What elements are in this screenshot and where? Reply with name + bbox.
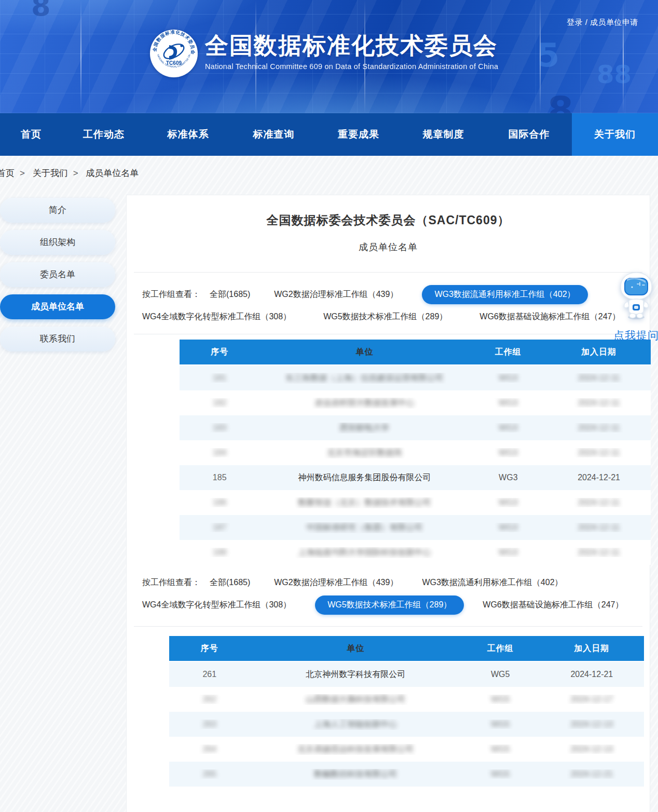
filter-label: 按工作组查看： <box>142 289 200 300</box>
sidebar-item-contact-us[interactable]: 联系我们 <box>0 327 115 351</box>
table-row: 188 上海临港均和大学国际科技创新中心 WG3 2024-12-11 <box>180 540 651 565</box>
filter-option-all[interactable]: 全部(1685) <box>210 289 250 300</box>
filter-option-wg2[interactable]: WG2数据治理标准工作组（439） <box>274 289 398 300</box>
nav-item-standard-query[interactable]: 标准查询 <box>231 113 317 156</box>
cell-unit: 山西数据大脑科技有限公司 <box>306 695 405 703</box>
filter-option-wg2[interactable]: WG2数据治理标准工作组（439） <box>274 577 398 588</box>
breadcrumb-separator: > <box>73 168 78 178</box>
cell-join-date: 2024-12-13 <box>570 745 613 753</box>
cell-unit: 上海临港均和大学国际科技创新中心 <box>298 548 431 557</box>
light-beam-decoration <box>623 0 624 113</box>
nav-item-about-us[interactable]: 关于我们 <box>572 113 658 156</box>
table-row: 182 农业农村部大数据发展中心 WG3 2024-12-11 <box>180 390 651 415</box>
cell-unit: 中国标准研究（集团）有限公司 <box>306 523 422 532</box>
col-header-join-date: 加入日期 <box>547 347 651 358</box>
cell-index: 186 <box>213 498 227 507</box>
sidebar-item-committee-list[interactable]: 委员名单 <box>0 262 115 287</box>
table-row-261: 261 北京神州数字科技有限公司 WG5 2024-12-21 <box>169 662 644 687</box>
table-header-row: 序号 单位 工作组 加入日期 <box>169 636 644 662</box>
sidebar-item-org-structure[interactable]: 组织架构 <box>0 230 115 255</box>
sidebar-item-member-units[interactable]: 成员单位名单 <box>0 294 115 319</box>
table-row: 184 北京市海淀区数据局 WG3 2024-12-11 <box>180 440 651 465</box>
breadcrumb-home[interactable]: 首页 <box>0 168 15 178</box>
table-row: 181 长三角数据（上海）信息建设运营有限公司 WG3 2024-12-11 <box>180 366 651 390</box>
breadcrumb-separator: > <box>20 168 25 178</box>
nav-item-international[interactable]: 国际合作 <box>486 113 572 156</box>
filter-option-wg3-active[interactable]: WG3数据流通利用标准工作组（402） <box>422 285 587 304</box>
cell-join-date: 2024-12-11 <box>578 523 620 532</box>
table-row: 183 西安邮电大学 WG3 2024-12-11 <box>180 415 651 440</box>
assistant-ask-me-link[interactable]: 点我提问 <box>610 328 658 343</box>
nav-item-work-news[interactable]: 工作动态 <box>62 113 145 156</box>
cell-workgroup: WG3 <box>499 548 517 557</box>
filter-section-wg3: 按工作组查看： 全部(1685) WG2数据治理标准工作组（439） WG3数据… <box>142 285 650 322</box>
filter-option-wg5-active[interactable]: WG5数据技术标准工作组（289） <box>315 596 464 615</box>
page-title: 全国数据标委会技术委员会（SAC/TC609） <box>127 212 650 228</box>
table-row: 264 北京易捷思达科技发展有限公司 WG5 2024-12-13 <box>169 737 644 762</box>
nav-item-key-results[interactable]: 重要成果 <box>317 113 401 156</box>
cell-join-date: 2024-12-21 <box>578 473 620 482</box>
cell-index: 261 <box>202 670 216 679</box>
table-row: 186 数聚智连（北京）数据技术有限公司 WG3 2024-12-11 <box>180 490 651 515</box>
nav-item-rules[interactable]: 规章制度 <box>401 113 486 156</box>
filter-option-wg4[interactable]: WG4全域数字化转型标准工作组（308） <box>142 312 291 322</box>
member-units-table-wg5: 序号 单位 工作组 加入日期 261 北京神州数字科技有限公司 WG5 2024… <box>169 636 644 787</box>
filter-option-wg4[interactable]: WG4全域数字化转型标准工作组（308） <box>142 600 291 611</box>
col-header-join-date: 加入日期 <box>540 643 644 654</box>
bg-digit-decoration: 8 <box>31 0 51 22</box>
cell-index: 182 <box>213 398 227 407</box>
cell-unit: 北京易捷思达科技发展有限公司 <box>297 745 414 753</box>
cell-workgroup: WG5 <box>491 720 510 728</box>
table-row: 262 山西数据大脑科技有限公司 WG5 2024-12-17 <box>169 687 644 712</box>
filter-option-all[interactable]: 全部(1685) <box>210 577 250 588</box>
col-header-unit: 单位 <box>259 347 469 358</box>
filter-option-wg6[interactable]: WG6数据基础设施标准工作组（247） <box>483 600 623 611</box>
cell-unit: 数聚智连（北京）数据技术有限公司 <box>298 498 431 507</box>
brand-block: 全国数据标准化技术委员会 NATIONAL TECHNICAL COMMITTE… <box>149 29 498 78</box>
page-root: 5 8 88 8 登录 / 成员单位申请 全国数据标准化技术委员会 NATION… <box>0 0 658 812</box>
sidebar-item-intro[interactable]: 简介 <box>0 198 115 223</box>
page-subtitle: 成员单位名单 <box>127 241 650 253</box>
cell-workgroup: WG3 <box>499 473 517 482</box>
filter-option-wg6[interactable]: WG6数据基础设施标准工作组（247） <box>479 312 620 322</box>
main-nav: 首页 工作动态 标准体系 标准查询 重要成果 规章制度 国际合作 关于我们 <box>0 113 658 156</box>
filter-label: 按工作组查看： <box>142 577 200 588</box>
cell-index: 184 <box>213 448 227 457</box>
sidebar: 简介 组织架构 委员名单 成员单位名单 联系我们 <box>0 198 115 359</box>
table-row: 187 中国标准研究（集团）有限公司 WG3 2024-12-11 <box>180 515 651 540</box>
filter-option-wg5[interactable]: WG5数据技术标准工作组（289） <box>323 312 447 322</box>
nav-item-home[interactable]: 首页 <box>0 113 62 156</box>
cell-workgroup: WG3 <box>499 523 517 532</box>
nav-item-standard-system[interactable]: 标准体系 <box>145 113 231 156</box>
light-beam-decoration <box>80 0 81 113</box>
site-title: 全国数据标准化技术委员会 <box>205 33 498 59</box>
col-header-index: 序号 <box>169 643 250 654</box>
cell-unit: 上海人工智能创新中心 <box>314 720 397 728</box>
col-header-unit: 单位 <box>250 643 461 654</box>
cell-workgroup: WG5 <box>491 745 510 753</box>
cell-unit: 农业农村部大数据发展中心 <box>314 398 414 407</box>
divider <box>134 334 642 334</box>
filter-option-wg3[interactable]: WG3数据流通利用标准工作组（402） <box>422 577 563 588</box>
cell-workgroup: WG5 <box>491 769 510 778</box>
site-logo[interactable]: 全国数据标准化技术委员会 NATIONAL TECHNICAL COMMITTE… <box>149 29 199 78</box>
cell-join-date: 2024-12-21 <box>570 769 613 778</box>
divider <box>134 626 642 627</box>
filter-section-wg5: 按工作组查看： 全部(1685) WG2数据治理标准工作组（439） WG3数据… <box>142 577 650 615</box>
breadcrumb-member-units: 成员单位名单 <box>86 168 139 178</box>
cell-index: 262 <box>202 695 216 703</box>
bg-digit-decoration: 5 <box>537 36 559 74</box>
table-header-row: 序号 单位 工作组 加入日期 <box>180 340 651 366</box>
breadcrumb-about-us[interactable]: 关于我们 <box>33 168 68 178</box>
cell-unit: 北京神州数字科技有限公司 <box>306 670 405 679</box>
cell-index: 185 <box>213 473 227 482</box>
cell-unit: 西安邮电大学 <box>339 423 389 432</box>
cell-unit: 长三角数据（上海）信息建设运营有限公司 <box>285 373 443 382</box>
cell-workgroup: WG3 <box>499 373 517 382</box>
cell-unit: 数畅数控科技有限公司 <box>314 769 397 778</box>
login-member-apply-link[interactable]: 登录 / 成员单位申请 <box>567 18 638 28</box>
assistant-robot-icon[interactable] <box>616 272 656 326</box>
main-content: 全国数据标委会技术委员会（SAC/TC609） 成员单位名单 按工作组查看： 全… <box>126 195 650 812</box>
cell-workgroup: WG3 <box>499 398 517 407</box>
cell-workgroup: WG3 <box>499 498 517 507</box>
